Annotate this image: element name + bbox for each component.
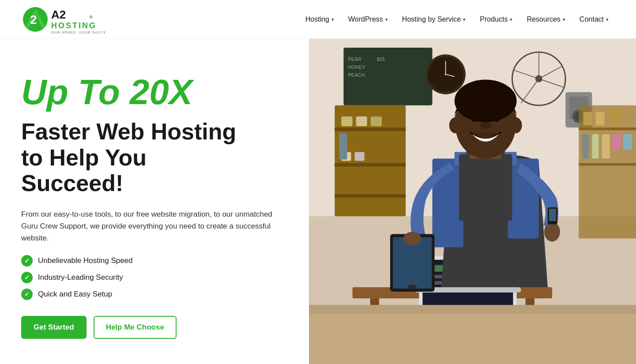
svg-point-71: [480, 122, 491, 129]
logo[interactable]: 2 A2 HOSTING ® OUR SPEED, YOUR SUCCESS: [21, 5, 105, 34]
get-started-button[interactable]: Get Started: [21, 316, 87, 339]
svg-point-60: [408, 285, 417, 290]
svg-text:A2: A2: [51, 8, 66, 21]
svg-rect-80: [610, 108, 621, 125]
nav-item-wordpress[interactable]: WordPress ▾: [342, 12, 394, 27]
list-item: Unbelievable Hosting Speed: [21, 255, 288, 266]
svg-rect-85: [623, 134, 632, 150]
chevron-down-icon: ▾: [563, 17, 565, 23]
svg-rect-78: [583, 112, 592, 125]
nav-item-products[interactable]: Products ▾: [474, 12, 519, 27]
chevron-down-icon: ▾: [606, 17, 609, 23]
check-icon: [21, 289, 33, 300]
hero-tagline: Up To 20X: [21, 75, 288, 110]
svg-rect-27: [335, 128, 406, 131]
cta-buttons: Get Started Help Me Choose: [21, 316, 288, 339]
svg-rect-76: [579, 128, 636, 130]
svg-point-73: [449, 117, 462, 133]
svg-rect-29: [335, 194, 406, 198]
svg-text:HONEY: HONEY: [348, 64, 365, 70]
svg-rect-82: [592, 134, 598, 158]
navbar: 2 A2 HOSTING ® OUR SPEED, YOUR SUCCESS H…: [0, 0, 636, 39]
svg-rect-83: [602, 134, 610, 158]
check-icon: [21, 255, 33, 266]
list-item: Industry-Leading Security: [21, 272, 288, 283]
svg-rect-77: [579, 163, 636, 166]
svg-rect-84: [613, 134, 621, 150]
nav-item-hosting-by-service[interactable]: Hosting by Service ▾: [396, 12, 472, 27]
nav-menu: Hosting ▾ WordPress ▾ Hosting by Service…: [299, 12, 615, 27]
hero-description: From our easy-to-use tools, to our free …: [21, 208, 288, 244]
svg-point-74: [509, 117, 522, 133]
svg-text:$55: $55: [377, 56, 385, 62]
svg-rect-79: [596, 112, 605, 125]
help-me-choose-button[interactable]: Help Me Choose: [94, 316, 177, 339]
svg-rect-28: [335, 163, 406, 167]
nav-item-hosting[interactable]: Hosting ▾: [299, 12, 340, 27]
svg-point-55: [544, 222, 560, 241]
svg-rect-31: [356, 116, 367, 126]
hero-content: Up To 20X Faster Web Hosting to Help You…: [0, 39, 309, 364]
svg-rect-32: [371, 116, 382, 126]
svg-rect-35: [339, 133, 347, 159]
chevron-down-icon: ▾: [510, 17, 512, 23]
svg-text:HOSTING: HOSTING: [51, 21, 97, 30]
feature-list: Unbelievable Hosting Speed Industry-Lead…: [21, 255, 288, 300]
svg-text:®: ®: [90, 15, 93, 19]
check-icon: [21, 272, 33, 283]
svg-rect-34: [355, 152, 365, 161]
hero-image: PEAR HONEY PEACH $55: [309, 39, 636, 364]
svg-point-61: [403, 232, 421, 245]
nav-item-contact[interactable]: Contact ▾: [573, 12, 615, 27]
chevron-down-icon: ▾: [331, 17, 334, 23]
svg-text:PEACH: PEACH: [348, 72, 365, 78]
chevron-down-icon: ▾: [463, 17, 466, 23]
chevron-down-icon: ▾: [385, 17, 388, 23]
nav-item-resources[interactable]: Resources ▾: [520, 12, 571, 27]
hero-section: Up To 20X Faster Web Hosting to Help You…: [0, 39, 636, 364]
svg-rect-52: [459, 154, 512, 221]
svg-rect-30: [341, 116, 352, 126]
svg-text:PEAR: PEAR: [348, 56, 361, 62]
hero-heading: Faster Web Hosting to Help You Succeed!: [21, 119, 288, 196]
svg-rect-87: [309, 305, 636, 314]
svg-rect-81: [582, 134, 589, 158]
svg-text:OUR SPEED, YOUR SUCCESS: OUR SPEED, YOUR SUCCESS: [51, 30, 105, 34]
svg-rect-57: [549, 209, 556, 221]
list-item: Quick and Easy Setup: [21, 289, 288, 300]
